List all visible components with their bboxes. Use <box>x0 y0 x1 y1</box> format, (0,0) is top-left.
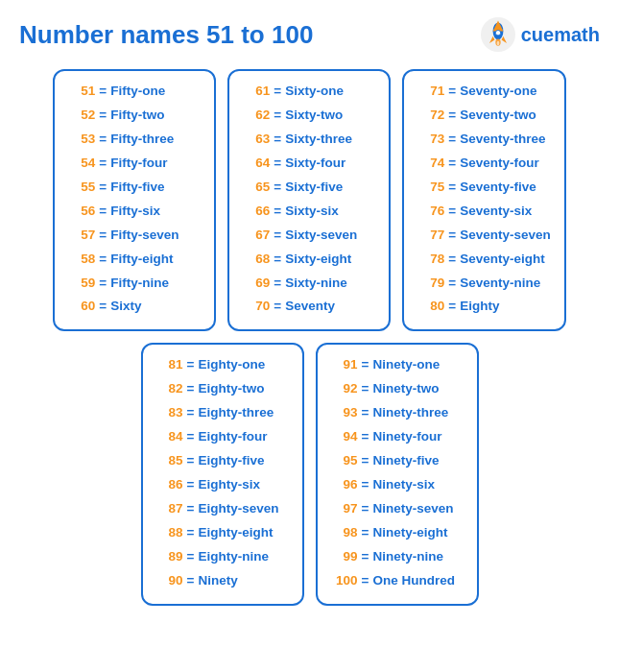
table-row: 74=Seventy-four <box>417 153 550 175</box>
table-row: 94=Ninety-four <box>331 426 464 448</box>
number-name: Ninety-seven <box>372 498 453 520</box>
number-value: 88 <box>156 522 183 544</box>
number-value: 53 <box>68 129 95 151</box>
number-name: Eighty-five <box>198 450 264 472</box>
number-name: Seventy-two <box>460 105 536 127</box>
equals-sign: = <box>99 201 107 223</box>
number-value: 93 <box>331 402 358 424</box>
equals-sign: = <box>448 225 456 247</box>
table-row: 87=Eighty-seven <box>156 498 289 520</box>
top-row: 51=Fifty-one52=Fifty-two53=Fifty-three54… <box>19 69 600 331</box>
number-value: 77 <box>417 225 444 247</box>
table-row: 56=Fifty-six <box>68 201 201 223</box>
number-value: 74 <box>417 153 444 175</box>
number-box-box-71-80: 71=Seventy-one72=Seventy-two73=Seventy-t… <box>402 69 565 331</box>
number-value: 55 <box>68 177 95 199</box>
equals-sign: = <box>448 153 456 175</box>
number-value: 100 <box>331 570 358 592</box>
number-name: Eighty-eight <box>198 522 273 544</box>
number-value: 97 <box>331 498 358 520</box>
equals-sign: = <box>99 225 107 247</box>
number-name: Ninety <box>198 570 237 592</box>
logo-area: cuemath <box>481 17 600 52</box>
number-value: 80 <box>417 296 444 318</box>
table-row: 100=One Hundred <box>331 570 464 592</box>
equals-sign: = <box>99 273 107 295</box>
number-value: 60 <box>68 296 95 318</box>
equals-sign: = <box>448 201 456 223</box>
table-row: 84=Eighty-four <box>156 426 289 448</box>
equals-sign: = <box>187 498 195 520</box>
table-row: 83=Eighty-three <box>156 402 289 424</box>
equals-sign: = <box>362 522 369 544</box>
number-value: 83 <box>156 402 183 424</box>
number-name: Ninety-nine <box>372 546 443 568</box>
number-name: Eighty-three <box>198 402 274 424</box>
number-name: Eighty-four <box>198 426 267 448</box>
number-name: Sixty-one <box>285 81 344 103</box>
table-row: 70=Seventy <box>243 296 375 318</box>
bottom-row: 81=Eighty-one82=Eighty-two83=Eighty-thre… <box>19 343 600 605</box>
logo-text: cuemath <box>521 24 600 46</box>
number-value: 52 <box>68 105 95 127</box>
number-value: 78 <box>417 249 444 271</box>
number-value: 59 <box>68 273 95 295</box>
number-name: Ninety-two <box>372 378 439 400</box>
number-value: 95 <box>331 450 358 472</box>
equals-sign: = <box>99 81 107 103</box>
svg-point-7 <box>496 41 499 46</box>
equals-sign: = <box>274 225 281 247</box>
table-row: 63=Sixty-three <box>243 129 375 151</box>
table-row: 89=Eighty-nine <box>156 546 289 568</box>
number-value: 70 <box>243 296 270 318</box>
equals-sign: = <box>448 81 456 103</box>
table-row: 60=Sixty <box>68 296 201 318</box>
table-row: 59=Fifty-nine <box>68 273 201 295</box>
table-row: 66=Sixty-six <box>243 201 375 223</box>
table-row: 64=Sixty-four <box>243 153 375 175</box>
equals-sign: = <box>448 105 456 127</box>
number-value: 92 <box>331 378 358 400</box>
number-value: 72 <box>417 105 444 127</box>
number-name: Eighty-two <box>198 378 264 400</box>
equals-sign: = <box>187 426 195 448</box>
equals-sign: = <box>187 354 195 376</box>
equals-sign: = <box>362 354 369 376</box>
equals-sign: = <box>362 378 369 400</box>
table-row: 52=Fifty-two <box>68 105 201 127</box>
number-value: 57 <box>68 225 95 247</box>
table-row: 57=Fifty-seven <box>68 225 201 247</box>
number-name: Fifty-six <box>110 201 160 223</box>
number-name: Seventy-four <box>460 153 539 175</box>
equals-sign: = <box>362 450 369 472</box>
equals-sign: = <box>362 546 369 568</box>
table-row: 58=Fifty-eight <box>68 249 201 271</box>
table-row: 97=Ninety-seven <box>331 498 464 520</box>
equals-sign: = <box>274 129 281 151</box>
table-row: 76=Seventy-six <box>417 201 550 223</box>
number-value: 67 <box>243 225 270 247</box>
table-row: 86=Eighty-six <box>156 474 289 496</box>
table-row: 54=Fifty-four <box>68 153 201 175</box>
equals-sign: = <box>274 296 281 318</box>
number-name: Sixty-five <box>285 177 343 199</box>
table-row: 90=Ninety <box>156 570 289 592</box>
number-value: 87 <box>156 498 183 520</box>
number-value: 73 <box>417 129 444 151</box>
table-row: 55=Fifty-five <box>68 177 201 199</box>
table-row: 65=Sixty-five <box>243 177 375 199</box>
equals-sign: = <box>448 273 456 295</box>
table-row: 95=Ninety-five <box>331 450 464 472</box>
number-value: 56 <box>68 201 95 223</box>
number-value: 86 <box>156 474 183 496</box>
table-row: 88=Eighty-eight <box>156 522 289 544</box>
table-row: 78=Seventy-eight <box>417 249 550 271</box>
number-value: 71 <box>417 81 444 103</box>
svg-point-5 <box>495 31 500 36</box>
number-value: 66 <box>243 201 270 223</box>
number-name: Ninety-one <box>372 354 440 376</box>
number-name: Eighty-nine <box>198 546 269 568</box>
equals-sign: = <box>187 450 195 472</box>
equals-sign: = <box>274 105 281 127</box>
table-row: 93=Ninety-three <box>331 402 464 424</box>
